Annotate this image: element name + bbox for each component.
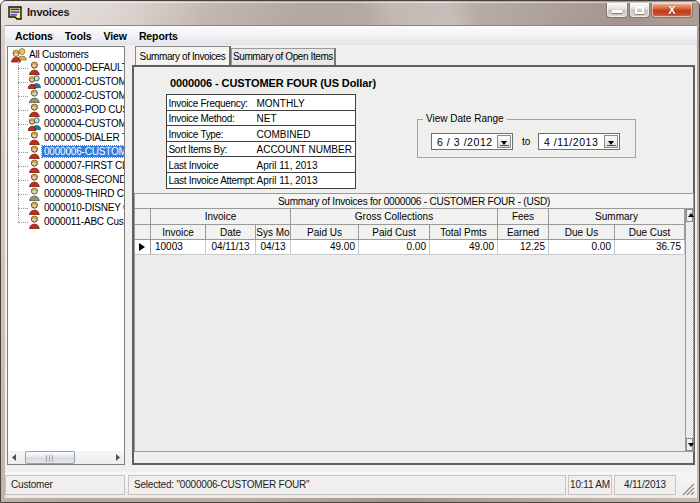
- info-value: ACCOUNT NUMBER: [257, 144, 352, 155]
- col-due-us[interactable]: Due Us: [549, 225, 615, 240]
- invoice-info-table: Invoice Frequency: MONTHLY Invoice Metho…: [166, 94, 356, 189]
- group-fees: Fees: [498, 209, 549, 225]
- tree-item-0000011[interactable]: 0000011-ABC Custo: [8, 215, 125, 229]
- date-to-picker[interactable]: 4 /11/2013: [538, 133, 620, 150]
- tree-item-0000003[interactable]: 0000003-POD CUS: [8, 103, 125, 117]
- current-row-arrow-icon: [139, 243, 145, 251]
- col-date[interactable]: Date: [206, 225, 256, 240]
- cell-date[interactable]: 04/11/13: [206, 240, 256, 255]
- tree-item-label: 0000008-SECOND: [44, 174, 125, 185]
- status-bar: Customer Selected: "0000006-CUSTOMER FOU…: [5, 472, 697, 498]
- cell-sys-mo[interactable]: 04/13: [256, 240, 291, 255]
- date-from-picker[interactable]: 6 / 3 /2012: [431, 133, 513, 150]
- group-gross-collections: Gross Collections: [291, 209, 498, 225]
- grid-corner-cell: [135, 209, 151, 225]
- col-due-cust[interactable]: Due Cust: [615, 225, 685, 240]
- info-label: Invoice Type:: [169, 129, 224, 140]
- scroll-right-button[interactable]: [111, 451, 124, 464]
- tree-horizontal-scrollbar[interactable]: [8, 451, 124, 464]
- client-area: All Customers 0000000-DEFAULT0000001-CUS…: [5, 45, 697, 498]
- minimize-button[interactable]: [606, 3, 628, 18]
- info-row: Invoice Frequency: MONTHLY: [167, 95, 355, 111]
- tab-summary-of-open-items[interactable]: Summary of Open Items: [231, 48, 336, 65]
- arrow-left-icon: [11, 454, 17, 461]
- menu-view[interactable]: View: [98, 26, 133, 45]
- info-value: COMBINED: [257, 129, 311, 140]
- tree-line: [18, 110, 28, 111]
- menu-tools[interactable]: Tools: [59, 26, 98, 45]
- cell-due-cust[interactable]: 36.75: [615, 240, 685, 255]
- status-panel-mode: Customer: [5, 475, 125, 495]
- tree-item-0000000[interactable]: 0000000-DEFAULT: [8, 61, 125, 75]
- resize-grip[interactable]: [679, 480, 695, 496]
- col-total-pmts[interactable]: Total Pmts: [430, 225, 498, 240]
- close-icon: X: [652, 3, 692, 17]
- date-from-dropdown-button[interactable]: [497, 135, 511, 148]
- tree-item-label: 0000011-ABC Custo: [44, 216, 125, 227]
- menu-reports[interactable]: Reports: [133, 26, 184, 45]
- info-label: Invoice Frequency:: [169, 98, 248, 109]
- people-pair-icon: [28, 75, 41, 89]
- date-to-dropdown-button[interactable]: [604, 135, 618, 148]
- tree-root-all-customers[interactable]: All Customers: [8, 48, 125, 62]
- tree-item-0000010[interactable]: 0000010-DISNEY C: [8, 201, 125, 215]
- app-icon: [8, 6, 22, 20]
- date-range-to-label: to: [522, 136, 530, 147]
- tree-item-label: 0000000-DEFAULT: [44, 62, 125, 73]
- info-row: Last Invoice Attempt: April 11, 2013: [167, 173, 355, 189]
- tree-item-label: 0000005-DIALER T: [44, 132, 125, 143]
- tree-item-0000008[interactable]: 0000008-SECOND: [8, 173, 125, 187]
- cell-paid-cust[interactable]: 0.00: [359, 240, 430, 255]
- person-icon: [28, 145, 41, 159]
- people-pair-icon: [28, 117, 41, 131]
- menu-actions[interactable]: Actions: [9, 26, 59, 45]
- col-invoice[interactable]: Invoice: [151, 225, 206, 240]
- scroll-up-button[interactable]: [686, 209, 693, 222]
- tree-line: [18, 166, 28, 167]
- close-button[interactable]: X: [651, 3, 693, 18]
- dropdown-notch: [607, 145, 616, 146]
- tree-item-0000009[interactable]: 0000009-THIRD CU: [8, 187, 125, 201]
- cell-total-pmts[interactable]: 49.00: [430, 240, 498, 255]
- person-gray-icon: [28, 187, 41, 201]
- info-label: Last Invoice: [169, 160, 219, 171]
- maximize-button[interactable]: [629, 3, 650, 18]
- col-earned[interactable]: Earned: [498, 225, 549, 240]
- tree-item-0000002[interactable]: 0000002-CUSTOM: [8, 89, 125, 103]
- title-bar[interactable]: Invoices X: [1, 1, 699, 25]
- tree-line: [18, 82, 28, 83]
- row-selector-cell[interactable]: [135, 240, 151, 255]
- cell-invoice[interactable]: 10003: [151, 240, 206, 255]
- col-paid-us[interactable]: Paid Us: [291, 225, 359, 240]
- tree-item-label: 0000007-FIRST CL: [44, 160, 125, 171]
- col-paid-cust[interactable]: Paid Cust: [359, 225, 430, 240]
- cell-paid-us[interactable]: 49.00: [291, 240, 359, 255]
- tree-line: [18, 222, 28, 223]
- status-panel-selected: Selected: "0000006-CUSTOMER FOUR": [128, 475, 566, 495]
- cell-due-us[interactable]: 0.00: [549, 240, 615, 255]
- tree-item-0000005[interactable]: 0000005-DIALER T: [8, 131, 125, 145]
- invoice-summary-grid: Summary of Invoices for 0000006 - CUSTOM…: [134, 193, 694, 452]
- scroll-down-button[interactable]: [686, 438, 693, 451]
- status-panel-time: 10:11 AM: [568, 475, 612, 495]
- tree-item-0000007[interactable]: 0000007-FIRST CL: [8, 159, 125, 173]
- view-date-range-legend: View Date Range: [423, 113, 507, 124]
- tab-summary-of-invoices[interactable]: Summary of Invoices: [135, 46, 231, 65]
- tree-item-label: 0000002-CUSTOM: [44, 90, 125, 101]
- arrow-right-icon: [115, 454, 121, 461]
- tree-item-0000004[interactable]: 0000004-CUSTOM: [8, 117, 125, 131]
- cell-earned[interactable]: 12.25: [498, 240, 549, 255]
- tree-line: [18, 194, 28, 195]
- tree-item-label: 0000010-DISNEY C: [44, 202, 125, 213]
- tree-item-0000006[interactable]: 0000006-CUSTOM: [8, 145, 125, 159]
- col-sys-mo[interactable]: Sys Mo: [256, 225, 291, 240]
- tree-item-label: 0000001-CUSTOM: [44, 76, 125, 87]
- customer-tree: All Customers 0000000-DEFAULT0000001-CUS…: [7, 46, 125, 465]
- tree-item-label: 0000003-POD CUS: [44, 104, 125, 115]
- tree-scrollbar-thumb[interactable]: [25, 451, 75, 464]
- scroll-left-button[interactable]: [8, 451, 21, 464]
- dropdown-notch: [500, 145, 509, 146]
- group-summary: Summary: [549, 209, 685, 225]
- grid-vertical-scrollbar[interactable]: [685, 209, 693, 451]
- tree-item-0000001[interactable]: 0000001-CUSTOM: [8, 75, 125, 89]
